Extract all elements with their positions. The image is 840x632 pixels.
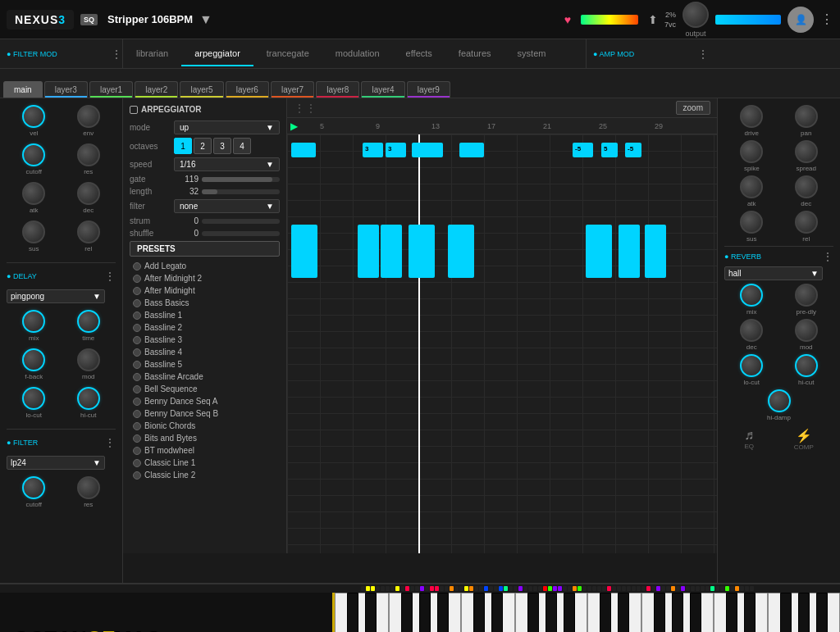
- layer-tab-layer8[interactable]: layer8: [316, 81, 359, 98]
- atk-knob-right[interactable]: [740, 175, 763, 198]
- delay-dots[interactable]: ⋮: [104, 270, 116, 283]
- black-key[interactable]: [347, 593, 358, 632]
- sus-knob-right[interactable]: [740, 211, 763, 234]
- mod-knob-reverb[interactable]: [795, 319, 818, 342]
- mod-knob-delay[interactable]: [77, 348, 100, 371]
- arp-note[interactable]: 3: [363, 143, 383, 157]
- preset-item[interactable]: Add Legato: [130, 260, 280, 272]
- mode-dropdown[interactable]: up▼: [174, 120, 280, 134]
- fback-knob[interactable]: [22, 348, 45, 371]
- mix-knob-delay[interactable]: [22, 310, 45, 333]
- filter-type-dropdown[interactable]: lp24▼: [7, 456, 105, 470]
- sus-knob-left[interactable]: [22, 221, 45, 243]
- black-key[interactable]: [618, 593, 629, 632]
- reverb-dots[interactable]: ⋮: [822, 250, 833, 263]
- preset-item[interactable]: Benny Dance Seq B: [130, 407, 280, 420]
- predly-knob[interactable]: [795, 284, 818, 307]
- layer-tab-layer9[interactable]: layer9: [407, 81, 450, 98]
- preset-item[interactable]: Bionic Chords: [130, 420, 280, 432]
- octave-4[interactable]: 4: [233, 138, 251, 154]
- black-key[interactable]: [401, 593, 413, 632]
- black-key[interactable]: [726, 593, 737, 632]
- arp-note[interactable]: [586, 225, 612, 278]
- black-key[interactable]: [816, 593, 828, 632]
- arp-note[interactable]: [645, 225, 666, 278]
- preset-item[interactable]: Bassline 2: [130, 321, 280, 334]
- nav-tab-system[interactable]: system: [504, 42, 559, 66]
- arp-note[interactable]: [291, 143, 316, 157]
- arp-note[interactable]: [291, 225, 317, 278]
- nav-tab-arpeggiator[interactable]: arpeggiator: [181, 42, 253, 66]
- layer-tab-layer3[interactable]: layer3: [44, 81, 88, 98]
- preset-item[interactable]: Bell Sequence: [130, 383, 280, 395]
- gate-slider[interactable]: [202, 177, 280, 182]
- black-key[interactable]: [546, 593, 557, 632]
- arp-grid[interactable]: ⋮⋮ zoom ▶ 591317212529 33-55-5: [287, 98, 717, 553]
- black-key[interactable]: [600, 593, 611, 632]
- layer-tab-layer5[interactable]: layer5: [180, 81, 223, 98]
- amp-mod-dots[interactable]: ⋮: [697, 48, 709, 61]
- arp-note[interactable]: -5: [625, 143, 641, 157]
- hidamp-knob[interactable]: [768, 389, 791, 412]
- compress-icon[interactable]: ⚡: [796, 428, 812, 443]
- spike-knob[interactable]: [740, 140, 763, 163]
- drive-knob[interactable]: [740, 105, 763, 128]
- preset-item[interactable]: After Midnight 2: [130, 272, 280, 284]
- filter-dots[interactable]: ⋮: [104, 436, 116, 449]
- layer-tab-layer2[interactable]: layer2: [135, 81, 178, 98]
- nav-tab-effects[interactable]: effects: [393, 42, 445, 66]
- filter-dropdown-arp[interactable]: none▼: [174, 199, 280, 213]
- cutoff-knob-left[interactable]: [22, 143, 45, 166]
- black-key[interactable]: [473, 593, 485, 632]
- mix-knob-reverb[interactable]: [740, 284, 763, 307]
- preset-name[interactable]: Stripper 106BPM: [107, 13, 193, 25]
- arp-note[interactable]: -5: [573, 143, 593, 157]
- filter-mod-dots[interactable]: ⋮: [111, 48, 122, 61]
- top-menu-dots[interactable]: ⋮: [820, 11, 833, 27]
- rel-knob-right[interactable]: [795, 211, 818, 234]
- res-knob-left[interactable]: [77, 143, 100, 166]
- arp-note[interactable]: [358, 225, 379, 278]
- black-key[interactable]: [744, 593, 756, 632]
- nav-tab-features[interactable]: features: [445, 42, 504, 66]
- grid-dots[interactable]: ⋮⋮: [294, 102, 317, 115]
- layer-tab-layer1[interactable]: layer1: [89, 81, 133, 98]
- hicut-knob-delay[interactable]: [77, 387, 100, 410]
- locut-knob-delay[interactable]: [22, 387, 45, 410]
- preset-item[interactable]: Bits and Bytes: [130, 432, 280, 444]
- play-arrow[interactable]: ▶: [290, 120, 298, 132]
- layer-tab-layer7[interactable]: layer7: [271, 81, 314, 98]
- black-key[interactable]: [672, 593, 683, 632]
- preset-item[interactable]: BT modwheel: [130, 444, 280, 457]
- arp-note[interactable]: 3: [386, 143, 406, 157]
- pan-knob[interactable]: [795, 105, 818, 128]
- black-key[interactable]: [798, 593, 810, 632]
- delay-type-dropdown[interactable]: pingpong▼: [7, 289, 105, 303]
- rel-knob-left[interactable]: [77, 221, 100, 243]
- spread-knob[interactable]: [795, 140, 818, 163]
- zoom-button[interactable]: zoom: [676, 101, 710, 115]
- dec-knob-right[interactable]: [795, 175, 818, 198]
- arp-power[interactable]: [130, 106, 138, 114]
- preset-item[interactable]: Bassline 4: [130, 346, 280, 358]
- grid-area[interactable]: 33-55-5: [287, 134, 717, 553]
- arp-note[interactable]: [409, 225, 435, 278]
- black-key[interactable]: [491, 593, 503, 632]
- black-key[interactable]: [564, 593, 575, 632]
- output-knob[interactable]: [682, 2, 709, 28]
- octave-1[interactable]: 1: [174, 138, 192, 154]
- env-knob[interactable]: [77, 105, 100, 128]
- arp-note[interactable]: 5: [601, 143, 618, 157]
- res-knob-filter[interactable]: [77, 476, 100, 499]
- layer-tab-layer6[interactable]: layer6: [226, 81, 269, 98]
- arp-note[interactable]: [412, 143, 443, 157]
- black-key[interactable]: [437, 593, 449, 632]
- hicut-knob-reverb[interactable]: [795, 354, 818, 377]
- shuffle-slider[interactable]: [202, 231, 280, 236]
- length-slider[interactable]: [202, 189, 280, 194]
- octave-2[interactable]: 2: [194, 138, 212, 154]
- black-key[interactable]: [419, 593, 431, 632]
- favorite-icon[interactable]: ♥: [564, 13, 571, 26]
- preset-item[interactable]: Classic Line 1: [130, 457, 280, 469]
- preset-item[interactable]: Bassline 5: [130, 358, 280, 371]
